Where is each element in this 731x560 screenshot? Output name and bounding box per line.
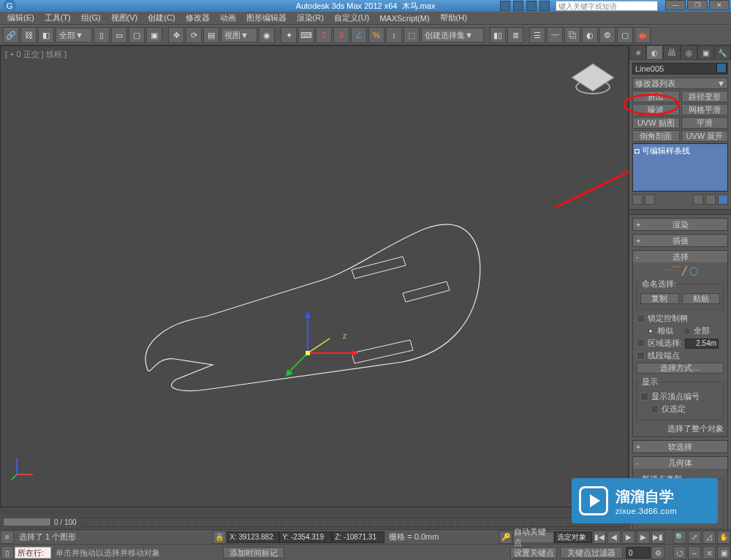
tab-hierarchy[interactable]: 品: [663, 45, 680, 60]
prev-frame-icon[interactable]: ◀: [607, 531, 621, 544]
spinner-snap-icon[interactable]: ↕: [386, 27, 402, 43]
viewport-label[interactable]: [ + 0 正交 ] 线框 ]: [5, 49, 67, 60]
set-key-button[interactable]: 设置关键点: [510, 547, 557, 559]
menu-maxscript[interactable]: MAXScript(M): [375, 14, 433, 23]
align-icon[interactable]: ≣: [507, 27, 523, 43]
current-frame-field[interactable]: 0: [626, 547, 651, 559]
snap-2-icon[interactable]: 2: [316, 27, 332, 43]
rotate-icon[interactable]: ⟳: [186, 27, 202, 43]
menu-grapheditor[interactable]: 图形编辑器: [242, 12, 291, 23]
schematic-icon[interactable]: ⿻: [564, 27, 580, 43]
menu-view[interactable]: 视图(V): [107, 12, 143, 23]
menu-customize[interactable]: 自定义(U): [330, 12, 374, 23]
lock-handles-checkbox[interactable]: [637, 314, 645, 322]
auto-key-button[interactable]: 自动关键点: [513, 531, 554, 543]
menu-render[interactable]: 渲染(R): [292, 12, 328, 23]
menu-create[interactable]: 创建(C): [143, 12, 179, 23]
render-frame-icon[interactable]: ▢: [617, 27, 633, 43]
named-sel-icon[interactable]: ⬚: [404, 27, 420, 43]
tab-create[interactable]: ✳: [629, 45, 646, 60]
keyboard-shortcut-icon[interactable]: ⌨: [298, 27, 314, 43]
object-color-swatch[interactable]: [716, 63, 727, 73]
coord-z-field[interactable]: Z: -10871.31: [332, 531, 385, 543]
menu-help[interactable]: 帮助(H): [436, 12, 471, 23]
stack-entry-editable-spline[interactable]: ◘ 可编辑样条线: [635, 145, 726, 156]
zoom-icon[interactable]: 🔍: [673, 531, 686, 544]
object-name-field[interactable]: Line005: [632, 63, 728, 75]
menu-modifier[interactable]: 修改器: [181, 12, 214, 23]
rollout-render[interactable]: +渲染: [632, 218, 728, 231]
walk-icon[interactable]: ⤨: [702, 546, 716, 559]
time-slider-handle[interactable]: [3, 518, 51, 526]
scale-icon[interactable]: ▤: [203, 27, 219, 43]
window-crossing-icon[interactable]: ▣: [146, 27, 162, 43]
select-icon[interactable]: ▯: [94, 27, 110, 43]
transform-gizmo[interactable]: z: [286, 309, 374, 382]
alike-radio[interactable]: [647, 328, 654, 335]
orbit-icon[interactable]: ⭯: [673, 546, 686, 559]
area-select-spinner[interactable]: 2.54m: [685, 338, 719, 349]
coord-y-field[interactable]: Y: -2354.319: [279, 531, 332, 543]
named-sel-set-dropdown[interactable]: 创建选择集▼: [421, 28, 484, 42]
fov-icon[interactable]: ◿: [702, 531, 716, 544]
seg-end-checkbox[interactable]: [637, 352, 645, 360]
only-selected-checkbox[interactable]: [651, 405, 659, 413]
percent-snap-icon[interactable]: %: [368, 27, 385, 43]
app-icon[interactable]: G: [3, 0, 16, 12]
modifier-stack-list[interactable]: ◘ 可编辑样条线: [632, 143, 728, 192]
unlink-icon[interactable]: ⛓: [20, 27, 37, 43]
key-mode-icon[interactable]: 🔑: [499, 531, 512, 544]
pin-stack-icon[interactable]: [632, 194, 643, 205]
coord-x-field[interactable]: X: 39123.882: [227, 531, 279, 543]
menu-tools[interactable]: 工具(T): [40, 12, 75, 23]
pan-icon[interactable]: ✋: [717, 531, 730, 544]
menu-anim[interactable]: 动画: [216, 12, 240, 23]
tab-utilities[interactable]: 🔧: [714, 45, 731, 60]
show-vertex-num-checkbox[interactable]: [640, 393, 648, 401]
command-panel-tabs[interactable]: ✳ ◐ 品 ◎ ▣ 🔧: [629, 45, 731, 60]
mirror-icon[interactable]: ▮▯: [490, 27, 506, 43]
all-radio[interactable]: [683, 328, 691, 335]
close-button[interactable]: ✕: [709, 0, 730, 10]
max-viewport-icon[interactable]: ▣: [717, 546, 730, 559]
curve-editor-icon[interactable]: 〰: [547, 27, 563, 43]
maxscript-prompt[interactable]: 所在行:: [15, 547, 51, 559]
maxscript-mini-listener-icon[interactable]: ≡: [1, 531, 14, 544]
show-end-result-icon[interactable]: [645, 194, 655, 205]
noise-button[interactable]: 噪波: [632, 104, 680, 116]
add-time-tag-button[interactable]: 添加时间标记: [223, 547, 284, 559]
key-target-dropdown[interactable]: 选定对象: [554, 531, 592, 543]
make-unique-icon[interactable]: [693, 194, 703, 205]
select-manip-icon[interactable]: ✦: [281, 27, 297, 43]
play-icon[interactable]: ▶: [622, 531, 635, 544]
goto-start-icon[interactable]: ▮◀: [593, 531, 606, 544]
extrude-button[interactable]: 挤出: [632, 91, 680, 102]
menu-group[interactable]: 组(G): [77, 12, 105, 23]
configure-sets-icon[interactable]: [718, 194, 728, 205]
tab-display[interactable]: ▣: [697, 45, 714, 60]
selection-filter-dropdown[interactable]: 全部▼: [56, 28, 92, 42]
mat-editor-icon[interactable]: ◐: [582, 27, 598, 43]
layers-icon[interactable]: ☰: [529, 27, 545, 43]
select-by-button[interactable]: 选择方式…: [637, 363, 724, 374]
copy-selection-button[interactable]: 复制: [640, 293, 679, 304]
area-select-checkbox[interactable]: [637, 339, 645, 347]
isolate-icon[interactable]: ▯: [1, 546, 14, 559]
stack-tool-icons[interactable]: [632, 193, 728, 206]
next-frame-icon[interactable]: ▶: [637, 531, 650, 544]
snap-3-icon[interactable]: 3: [333, 27, 349, 43]
render-setup-icon[interactable]: ⚙: [599, 27, 616, 43]
remove-mod-icon[interactable]: [705, 194, 716, 205]
ref-coord-dropdown[interactable]: 视图▼: [221, 28, 257, 42]
select-name-icon[interactable]: ▭: [111, 27, 127, 43]
lock-selection-icon[interactable]: 🔒: [213, 531, 226, 544]
path-deform-button[interactable]: 路径变形: [681, 91, 729, 102]
tab-motion[interactable]: ◎: [681, 45, 697, 60]
modifier-list-dropdown[interactable]: 修改器列表▼: [632, 77, 728, 89]
render-icon[interactable]: 🫖: [635, 27, 651, 43]
rollout-interp[interactable]: +插值: [632, 234, 728, 247]
uvw-unwrap-button[interactable]: UVW 展开: [681, 130, 729, 142]
viewcube[interactable]: [572, 61, 613, 102]
tab-modify[interactable]: ◐: [646, 45, 663, 60]
select-rect-icon[interactable]: ▢: [129, 27, 145, 43]
